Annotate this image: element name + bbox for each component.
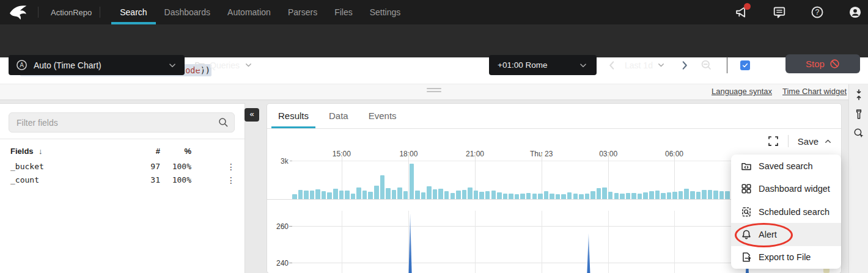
histogram-bar: [602, 187, 607, 199]
timezone-selector[interactable]: +01:00 Rome: [489, 55, 597, 75]
active-tab-underline: [271, 126, 315, 128]
repo-name[interactable]: ActionRepo: [51, 8, 92, 17]
announcements-icon[interactable]: [735, 5, 748, 19]
histogram-bar: [672, 192, 677, 199]
save-button[interactable]: Save: [798, 136, 833, 147]
flashlight-icon[interactable]: [853, 109, 864, 120]
collapse-editor-icon[interactable]: [853, 89, 864, 100]
histogram-bar: [550, 194, 554, 199]
next-time-window-icon[interactable]: [679, 59, 691, 71]
chart-actions-row: Save: [768, 129, 841, 153]
tab-data[interactable]: Data: [322, 104, 355, 128]
filter-section: [0, 104, 245, 139]
histogram-bar: [438, 189, 443, 199]
filter-fields-input[interactable]: [9, 112, 235, 133]
notification-dot: [744, 3, 751, 10]
histogram-bar: [421, 192, 426, 199]
histogram-bar: [351, 194, 356, 199]
field-row-bucket[interactable]: _bucket 97 100% ⋮: [0, 160, 245, 173]
language-syntax-link[interactable]: Language syntax: [712, 87, 772, 96]
histogram-bar: [397, 187, 402, 199]
histogram-bar: [661, 193, 666, 199]
visualization-selector[interactable]: Auto (Time Chart): [9, 55, 185, 75]
histogram-bar: [362, 191, 367, 199]
alert-bell-icon: [741, 229, 752, 240]
live-toggle[interactable]: Live: [740, 55, 771, 75]
histogram-bar: [491, 191, 496, 199]
live-checkbox[interactable]: [740, 60, 750, 70]
collapse-fields-panel-button[interactable]: «: [245, 108, 259, 122]
histogram-bar: [556, 194, 561, 199]
queries-dropdown[interactable]: Queries: [194, 55, 253, 75]
count-column-header: #: [136, 147, 160, 156]
stop-button[interactable]: Stop: [785, 54, 860, 73]
histogram-bar: [497, 192, 502, 199]
nav-item-files[interactable]: Files: [326, 0, 361, 24]
histogram-bar: [655, 191, 660, 199]
inspect-search-icon[interactable]: [853, 128, 864, 139]
histogram-bar: [608, 192, 613, 199]
histogram-bar: [614, 193, 619, 199]
tab-results[interactable]: Results: [271, 104, 315, 128]
histogram-bar: [515, 194, 520, 199]
histogram-bar: [292, 194, 297, 199]
histogram-bar: [626, 193, 631, 199]
field-row-count[interactable]: _count 31 100% ⋮: [0, 173, 245, 187]
histogram-bar: [479, 192, 484, 199]
nav-item-dashboards[interactable]: Dashboards: [156, 0, 219, 24]
histogram-bar: [485, 191, 490, 199]
nav-item-settings[interactable]: Settings: [361, 0, 410, 24]
chevron-down-icon: [657, 60, 666, 70]
chevron-up-icon: [823, 137, 833, 146]
tab-events[interactable]: Events: [362, 104, 403, 128]
nav-item-parsers[interactable]: Parsers: [279, 0, 326, 24]
nav-item-automation[interactable]: Automation: [219, 0, 279, 24]
histogram-bar: [684, 189, 689, 199]
nav-items: Search Dashboards Automation Parsers Fil…: [111, 0, 409, 24]
time-range-dropdown[interactable]: Last 1d: [625, 55, 666, 75]
feedback-icon[interactable]: [773, 5, 786, 19]
crowdstrike-falcon-logo[interactable]: [7, 4, 29, 21]
histogram-bar: [544, 191, 549, 199]
histogram-bar: [386, 188, 391, 199]
kebab-menu-icon[interactable]: ⋮: [226, 161, 236, 173]
kebab-menu-icon[interactable]: ⋮: [226, 174, 236, 186]
zoom-out-icon[interactable]: [701, 59, 713, 71]
histogram-bar: [649, 191, 654, 199]
toolbar-divider: [727, 57, 727, 73]
nav-divider: [100, 7, 100, 18]
nav-item-search[interactable]: Search: [111, 0, 155, 24]
menu-item-dashboard-widget[interactable]: Dashboard widget: [731, 177, 841, 200]
y-tick-label: 260: [267, 222, 289, 231]
histogram-bar: [526, 193, 531, 199]
histogram-bar: [345, 191, 350, 199]
menu-item-alert[interactable]: Alert: [731, 223, 841, 246]
histogram-bar: [708, 190, 713, 199]
visualization-selector-label: Auto (Time Chart): [34, 60, 167, 70]
fields-column-header[interactable]: Fields: [10, 147, 34, 156]
histogram-bar: [374, 186, 379, 199]
splitter-handle[interactable]: [427, 88, 441, 94]
histogram-bar: [532, 194, 537, 199]
saved-search-icon: [741, 161, 752, 172]
fullscreen-icon[interactable]: [768, 136, 779, 147]
histogram-bar: [590, 191, 595, 199]
previous-time-window-icon[interactable]: [606, 59, 618, 71]
histogram-bar: [410, 164, 414, 199]
histogram-bar: [392, 190, 397, 199]
menu-item-export-to-file[interactable]: Export to File: [731, 246, 841, 269]
menu-item-scheduled-search[interactable]: Scheduled search: [731, 200, 841, 223]
histogram-bar: [503, 194, 508, 199]
menu-item-saved-search[interactable]: Saved search: [731, 155, 841, 177]
search-icon: [218, 117, 229, 128]
histogram-bar: [368, 192, 373, 199]
chevron-down-icon: [167, 60, 177, 70]
histogram-bar: [719, 191, 724, 199]
time-chart-widget-link[interactable]: Time Chart widget: [782, 87, 847, 96]
scheduled-search-icon: [741, 206, 752, 217]
help-icon[interactable]: [811, 5, 824, 19]
sort-descending-icon[interactable]: ↓: [39, 147, 43, 156]
histogram-bar: [310, 191, 315, 199]
user-avatar[interactable]: [848, 5, 862, 19]
nav-divider: [38, 7, 39, 18]
